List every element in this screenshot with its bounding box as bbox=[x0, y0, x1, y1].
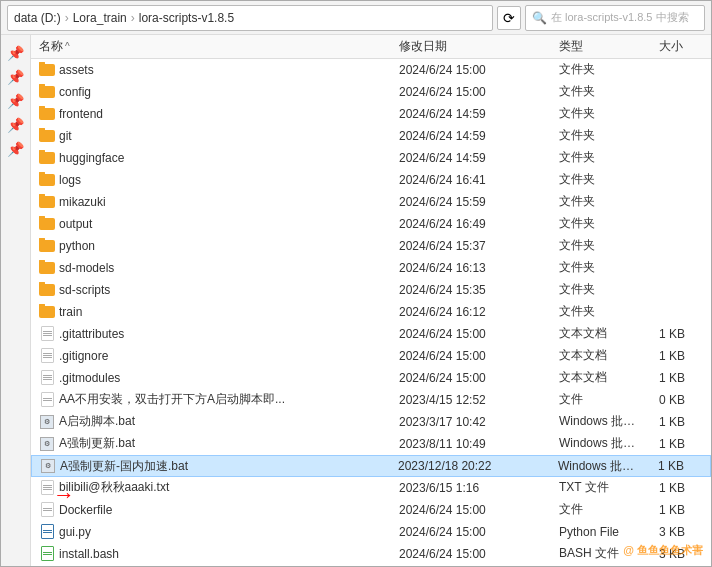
pin-icon-2[interactable]: 📌 bbox=[6, 67, 26, 87]
file-name-cell: .gitmodules bbox=[31, 370, 391, 386]
address-bar: data (D:) › Lora_train › lora-scripts-v1… bbox=[1, 1, 711, 35]
file-modified: 2024/6/24 15:00 bbox=[391, 85, 551, 99]
file-size: 3 KB bbox=[651, 525, 711, 539]
file-icon-wrap bbox=[39, 546, 55, 562]
table-row[interactable]: config 2024/6/24 15:00 文件夹 bbox=[31, 81, 711, 103]
table-row[interactable]: git 2024/6/24 14:59 文件夹 bbox=[31, 125, 711, 147]
file-name-cell: bilibili@秋秋aaaki.txt bbox=[31, 479, 391, 496]
search-box[interactable]: 🔍 在 lora-scripts-v1.8.5 中搜索 bbox=[525, 5, 705, 31]
file-modified: 2024/6/24 15:59 bbox=[391, 195, 551, 209]
table-row[interactable]: bilibili@秋秋aaaki.txt 2023/6/15 1:16 TXT … bbox=[31, 477, 711, 499]
table-row[interactable]: .gitmodules 2024/6/24 15:00 文本文档 1 KB bbox=[31, 367, 711, 389]
table-row[interactable]: ⚙ A强制更新.bat 2023/8/11 10:49 Windows 批处理.… bbox=[31, 433, 711, 455]
table-row[interactable]: sd-scripts 2024/6/24 15:35 文件夹 bbox=[31, 279, 711, 301]
breadcrumb-sep-1: › bbox=[65, 11, 69, 25]
file-modified: 2023/4/15 12:52 bbox=[391, 393, 551, 407]
breadcrumb[interactable]: data (D:) › Lora_train › lora-scripts-v1… bbox=[7, 5, 493, 31]
file-type: 文件 bbox=[551, 501, 651, 518]
file-icon-wrap: ⚙ bbox=[39, 414, 55, 430]
search-text: 在 lora-scripts-v1.8.5 中搜索 bbox=[551, 10, 689, 25]
breadcrumb-sep-2: › bbox=[131, 11, 135, 25]
folder-icon bbox=[39, 306, 55, 318]
table-row[interactable]: output 2024/6/24 16:49 文件夹 bbox=[31, 213, 711, 235]
file-name-label: .gitmodules bbox=[59, 371, 120, 385]
col-type[interactable]: 类型 bbox=[551, 38, 651, 55]
breadcrumb-data[interactable]: data (D:) bbox=[14, 11, 61, 25]
breadcrumb-lora-scripts[interactable]: lora-scripts-v1.8.5 bbox=[139, 11, 234, 25]
file-name-label: config bbox=[59, 85, 91, 99]
file-icon-wrap bbox=[39, 128, 55, 144]
file-name-cell: install.bash bbox=[31, 546, 391, 562]
table-row[interactable]: .gitignore 2024/6/24 15:00 文本文档 1 KB bbox=[31, 345, 711, 367]
breadcrumb-lora-train[interactable]: Lora_train bbox=[73, 11, 127, 25]
file-modified: 2023/6/15 1:16 bbox=[391, 481, 551, 495]
file-type: 文件夹 bbox=[551, 83, 651, 100]
table-row[interactable]: logs 2024/6/24 16:41 文件夹 bbox=[31, 169, 711, 191]
file-modified: 2024/6/24 15:00 bbox=[391, 349, 551, 363]
folder-icon bbox=[39, 262, 55, 274]
file-size: 0 KB bbox=[651, 393, 711, 407]
file-name-cell: logs bbox=[31, 172, 391, 188]
file-modified: 2024/6/24 16:49 bbox=[391, 217, 551, 231]
folder-icon bbox=[39, 130, 55, 142]
table-row[interactable]: assets 2024/6/24 15:00 文件夹 bbox=[31, 59, 711, 81]
file-modified: 2024/6/24 15:00 bbox=[391, 503, 551, 517]
table-row[interactable]: install.bash 2024/6/24 15:00 BASH 文件 3 K… bbox=[31, 543, 711, 565]
table-row[interactable]: mikazuki 2024/6/24 15:59 文件夹 bbox=[31, 191, 711, 213]
pin-icon-4[interactable]: 📌 bbox=[6, 115, 26, 135]
pin-icon-1[interactable]: 📌 bbox=[6, 43, 26, 63]
file-name-cell: frontend bbox=[31, 106, 391, 122]
file-name-label: output bbox=[59, 217, 92, 231]
file-type: 文件夹 bbox=[551, 303, 651, 320]
folder-icon bbox=[39, 240, 55, 252]
table-row[interactable]: train 2024/6/24 16:12 文件夹 bbox=[31, 301, 711, 323]
file-type: 文件夹 bbox=[551, 237, 651, 254]
file-size: 1 KB bbox=[651, 503, 711, 517]
table-row[interactable]: huggingface 2024/6/24 14:59 文件夹 bbox=[31, 147, 711, 169]
table-row[interactable]: frontend 2024/6/24 14:59 文件夹 bbox=[31, 103, 711, 125]
file-icon-wrap bbox=[39, 502, 55, 518]
table-row[interactable]: ⚙ A强制更新-国内加速.bat 2023/12/18 20:22 Window… bbox=[31, 455, 711, 477]
table-row[interactable]: Dockerfile 2024/6/24 15:00 文件 1 KB bbox=[31, 499, 711, 521]
pin-icon-5[interactable]: 📌 bbox=[6, 139, 26, 159]
col-name[interactable]: 名称 ^ bbox=[31, 38, 391, 55]
table-row[interactable]: ⚙ A启动脚本.bat 2023/3/17 10:42 Windows 批处理.… bbox=[31, 411, 711, 433]
pin-icon-3[interactable]: 📌 bbox=[6, 91, 26, 111]
file-modified: 2024/6/24 15:00 bbox=[391, 371, 551, 385]
file-name-label: AA不用安装，双击打开下方A启动脚本即... bbox=[59, 391, 285, 408]
table-row[interactable]: gui.py 2024/6/24 15:00 Python File 3 KB bbox=[31, 521, 711, 543]
file-size: 1 KB bbox=[651, 481, 711, 495]
folder-icon bbox=[39, 218, 55, 230]
file-name-label: install.bash bbox=[59, 547, 119, 561]
col-modified[interactable]: 修改日期 bbox=[391, 38, 551, 55]
file-name-label: gui.py bbox=[59, 525, 91, 539]
file-icon-wrap: ⚙ bbox=[40, 458, 56, 474]
col-size[interactable]: 大小 bbox=[651, 38, 711, 55]
table-row[interactable]: python 2024/6/24 15:37 文件夹 bbox=[31, 235, 711, 257]
file-icon-wrap bbox=[39, 194, 55, 210]
file-name-label: sd-models bbox=[59, 261, 114, 275]
column-headers: 名称 ^ 修改日期 类型 大小 bbox=[31, 35, 711, 59]
file-icon-wrap bbox=[39, 62, 55, 78]
file-icon-wrap bbox=[39, 392, 55, 408]
file-name-label: frontend bbox=[59, 107, 103, 121]
table-row[interactable]: sd-models 2024/6/24 16:13 文件夹 bbox=[31, 257, 711, 279]
file-icon-wrap bbox=[39, 84, 55, 100]
folder-icon bbox=[39, 108, 55, 120]
file-type: Windows 批处理... bbox=[551, 435, 651, 452]
file-name-cell: huggingface bbox=[31, 150, 391, 166]
table-row[interactable]: .gitattributes 2024/6/24 15:00 文本文档 1 KB bbox=[31, 323, 711, 345]
file-type: 文件夹 bbox=[551, 149, 651, 166]
txt-icon bbox=[41, 348, 54, 363]
table-row[interactable]: AA不用安装，双击打开下方A启动脚本即... 2023/4/15 12:52 文… bbox=[31, 389, 711, 411]
file-type: 文件夹 bbox=[551, 259, 651, 276]
file-area: 名称 ^ 修改日期 类型 大小 assets 2024/6/24 bbox=[31, 35, 711, 566]
file-name-cell: Dockerfile bbox=[31, 502, 391, 518]
file-size: 1 KB bbox=[651, 349, 711, 363]
file-list[interactable]: assets 2024/6/24 15:00 文件夹 config 2024/6… bbox=[31, 59, 711, 566]
sidebar: 📌 📌 📌 📌 📌 bbox=[1, 35, 31, 566]
folder-icon bbox=[39, 284, 55, 296]
refresh-button[interactable]: ⟳ bbox=[497, 6, 521, 30]
file-name-cell: AA不用安装，双击打开下方A启动脚本即... bbox=[31, 391, 391, 408]
folder-icon bbox=[39, 64, 55, 76]
